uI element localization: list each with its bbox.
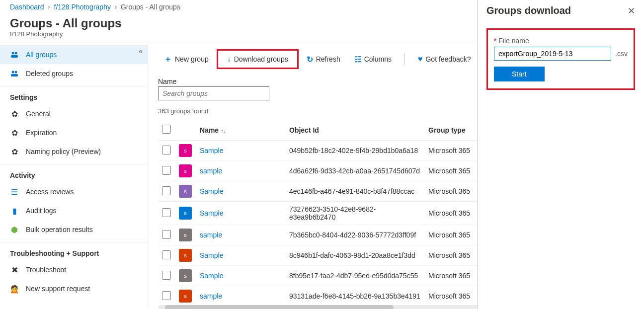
download-icon: ↓ [227,55,231,64]
panel-title: Groups download [486,5,571,16]
group-avatar: s [179,207,192,220]
object-id-cell: 73276623-3510-42e8-9682-e3ea9b6b2470 [285,202,424,225]
svg-point-4 [15,71,17,74]
button-label: New group [175,55,209,63]
tools-icon: ✖ [10,265,19,274]
download-groups-button[interactable]: ↓ Download groups [221,52,294,67]
sidebar-item-expiration[interactable]: ✿ Expiration [0,123,148,142]
sidebar-item-access-reviews[interactable]: ☰ Access reviews [0,182,148,201]
sidebar-item-general[interactable]: ✿ General [0,104,148,123]
notebook-icon: ▮ [10,206,19,215]
file-name-label: * File name [494,37,628,45]
row-checkbox[interactable] [162,271,171,280]
svg-rect-5 [11,74,18,77]
row-checkbox[interactable] [162,146,171,154]
group-avatar: s [179,249,192,262]
sidebar-section-support: Troubleshooting + Support [0,242,148,260]
sidebar-item-label: General [26,110,51,118]
gear-icon: ✿ [10,147,19,156]
bulk-icon: ⬢ [10,225,19,234]
group-avatar: s [179,290,192,303]
refresh-icon: ↻ [307,55,313,64]
sidebar-item-label: Deleted groups [26,70,73,77]
sidebar-item-label: New support request [26,285,90,293]
svg-point-0 [12,52,14,55]
group-name-link[interactable]: Sample [200,147,223,154]
support-icon: 🙍 [10,284,19,293]
group-avatar: s [179,185,192,198]
sidebar-item-deleted-groups[interactable]: Deleted groups [0,64,148,83]
svg-rect-2 [11,55,18,58]
search-input[interactable] [158,86,269,100]
sidebar-item-audit-logs[interactable]: ▮ Audit logs [0,201,148,220]
select-all-checkbox[interactable] [162,125,171,134]
sort-icon: ↑↓ [221,128,226,134]
list-icon: ☰ [10,187,19,196]
sidebar-item-bulk-results[interactable]: ⬢ Bulk operation results [0,220,148,239]
group-name-link[interactable]: sample [200,167,222,175]
breadcrumb-org[interactable]: f/128 Photography [54,3,111,11]
gear-icon: ✿ [10,109,19,118]
sidebar-item-label: Audit logs [26,207,56,215]
sidebar-item-label: Access reviews [26,188,74,196]
chevron-right-icon: › [48,3,50,10]
download-panel: Groups download ✕ * File name .csv Start [477,0,644,309]
object-id-cell: 8c946b1f-dafc-4063-98d1-20aa8ce1f3dd [285,245,424,266]
file-name-input[interactable] [494,47,611,61]
sidebar-item-naming-policy[interactable]: ✿ Naming policy (Preview) [0,142,148,161]
col-avatar [175,120,196,141]
gear-icon: ✿ [10,128,19,137]
object-id-cell: 7b365bc0-8404-4d22-9036-57772d3ff09f [285,225,424,245]
breadcrumb-dashboard[interactable]: Dashboard [10,3,44,11]
col-name[interactable]: Name↑↓ [196,120,285,141]
button-label: Download groups [234,55,288,63]
svg-point-3 [12,71,14,74]
file-extension: .csv [615,50,628,58]
start-button[interactable]: Start [494,67,545,81]
required-asterisk: * [494,37,496,45]
deleted-groups-icon [10,69,19,78]
close-icon[interactable]: ✕ [628,5,635,16]
button-label: Got feedback? [425,55,471,63]
button-label: Columns [364,55,392,63]
button-label: Refresh [316,55,340,63]
group-avatar: s [179,144,192,157]
sidebar-item-label: Troubleshoot [26,266,66,274]
group-avatar: s [179,164,192,177]
row-checkbox[interactable] [162,208,171,217]
object-id-cell: 049b52fb-18c2-402e-9f4b-29bd1b0a6a18 [285,141,424,161]
object-id-cell: 93131ade-f6e8-4145-bb26-9a135b3e4191 [285,286,424,307]
sidebar-item-all-groups[interactable]: All groups [0,45,148,64]
groups-icon [10,50,19,59]
sidebar: « All groups Deleted groups Settings ✿ G… [0,43,148,309]
highlight-form: * File name .csv Start [486,28,635,90]
row-checkbox[interactable] [162,291,171,300]
group-name-link[interactable]: Sample [200,251,223,259]
group-name-link[interactable]: Sample [200,187,223,195]
sidebar-item-label: Bulk operation results [26,226,93,233]
group-name-link[interactable]: sample [200,231,222,239]
sidebar-item-troubleshoot[interactable]: ✖ Troubleshoot [0,260,148,279]
columns-icon: ☷ [354,55,361,64]
sidebar-section-settings: Settings [0,86,148,104]
svg-point-1 [15,52,17,55]
sidebar-item-label: Expiration [26,129,57,137]
row-checkbox[interactable] [162,166,171,175]
breadcrumb-current: Groups - All groups [121,3,180,11]
group-name-link[interactable]: Sample [200,272,223,280]
refresh-button[interactable]: ↻ Refresh [301,52,346,67]
scrollbar-thumb[interactable] [165,305,394,309]
row-checkbox[interactable] [162,250,171,259]
collapse-sidebar-button[interactable]: « [139,47,143,55]
columns-button[interactable]: ☷ Columns [348,52,398,67]
feedback-button[interactable]: ♥ Got feedback? [412,52,477,67]
row-checkbox[interactable] [162,230,171,239]
object-id-cell: 4d6a62f6-9d33-42cb-a0aa-2651745d607d [285,161,424,181]
row-checkbox[interactable] [162,186,171,195]
sidebar-item-support-request[interactable]: 🙍 New support request [0,279,148,298]
object-id-cell: 8fb95e17-faa2-4db7-95ed-e95d0da75c55 [285,266,424,286]
group-name-link[interactable]: Sample [200,209,223,217]
group-name-link[interactable]: sample [200,292,222,300]
sidebar-section-activity: Activity [0,164,148,182]
new-group-button[interactable]: ＋ New group [158,51,215,68]
